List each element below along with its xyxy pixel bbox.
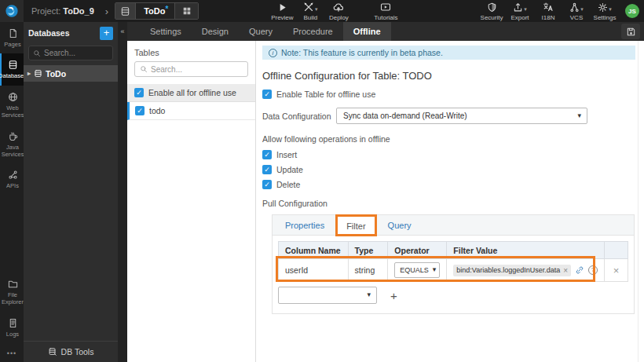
preview-play-icon — [277, 2, 287, 13]
topbar-tools-left: Preview ▾ Build Deploy Tutorials — [268, 2, 400, 21]
add-filter-row: + — [278, 287, 628, 304]
header-filter-value: Filter Value — [447, 242, 605, 259]
rail-item-databases[interactable]: Databases — [0, 53, 24, 85]
search-icon — [140, 65, 148, 73]
wavemaker-logo-icon — [5, 4, 19, 18]
operations-group: Insert Update Delete — [262, 150, 636, 189]
build-tools-icon: ▾ — [303, 2, 318, 13]
tab-procedure[interactable]: Procedure — [283, 22, 343, 41]
filter-row-userid: userId string EQUALS — [279, 259, 628, 282]
tutorials-video-icon — [380, 2, 391, 13]
update-checkbox[interactable] — [262, 165, 272, 174]
dashboard-grid-icon[interactable] — [174, 3, 198, 19]
databases-icon — [8, 60, 18, 70]
filter-table: Column Name Type Operator Filter Value u… — [278, 241, 628, 282]
tables-search[interactable] — [134, 61, 248, 77]
table-row-todo[interactable]: todo — [127, 102, 255, 120]
operation-update-row: Update — [262, 165, 636, 174]
db-tree-item-todo[interactable]: ▸ ToDo — [24, 65, 118, 82]
tab-settings[interactable]: Settings — [140, 22, 192, 41]
settings-button[interactable]: ▾ Settings — [591, 2, 619, 21]
offline-workrow: Tables Enable all for offline use todo i — [127, 41, 644, 362]
delete-filter-row-icon[interactable]: × — [605, 259, 628, 282]
insert-checkbox[interactable] — [262, 150, 272, 159]
build-button[interactable]: ▾ Build — [296, 2, 324, 21]
delete-checkbox[interactable] — [262, 180, 272, 189]
rail-item-java-services[interactable]: Java Services — [0, 125, 24, 164]
tables-search-input[interactable] — [151, 65, 229, 74]
workspace: Settings Design Query Procedure Offline … — [127, 22, 644, 362]
wavemaker-logo[interactable] — [0, 0, 24, 22]
tab-query[interactable]: Query — [239, 22, 283, 41]
apis-nodes-icon — [8, 170, 18, 180]
rail-item-logs[interactable]: Logs — [0, 312, 24, 343]
project-name: ToDo_9 — [63, 6, 94, 16]
export-arrow-icon: ▾ — [513, 2, 527, 13]
logs-document-icon — [8, 318, 18, 328]
enable-table-checkbox[interactable] — [262, 90, 272, 99]
database-icon — [34, 69, 42, 78]
header-column-name: Column Name — [279, 242, 349, 259]
tables-panel: Tables Enable all for offline use todo — [127, 41, 256, 362]
expand-arrow-icon[interactable]: ▸ — [27, 70, 31, 77]
page-title: Offline Configuration for Table: TODO — [262, 70, 636, 82]
project-label: Project: — [31, 6, 60, 16]
data-configuration-select[interactable]: Sync data on-demand (Read-Write) — [336, 108, 587, 124]
chip-clear-icon[interactable]: × — [563, 266, 568, 275]
unsaved-marker: * — [165, 5, 168, 13]
pull-config-tabs: Properties Filter Query — [273, 215, 634, 236]
enable-all-row[interactable]: Enable all for offline use — [127, 84, 255, 102]
export-button[interactable]: ▾ Export — [506, 2, 534, 21]
operation-insert-row: Insert — [262, 150, 636, 159]
panel-collapse-strip: « — [118, 22, 127, 362]
rail-item-apis[interactable]: APIs — [0, 163, 24, 195]
pull-tab-filter[interactable]: Filter — [337, 215, 375, 235]
header-actions — [605, 242, 628, 259]
enable-all-checkbox[interactable] — [134, 88, 144, 97]
operations-heading: Allow following operations in offline — [262, 134, 636, 144]
i18n-button[interactable]: I18N — [534, 2, 562, 21]
security-button[interactable]: Security — [478, 2, 506, 21]
tutorials-button[interactable]: Tutorials — [371, 2, 400, 21]
rail-item-file-explorer[interactable]: File Explorer — [0, 272, 24, 312]
add-row-button[interactable]: + — [390, 289, 397, 302]
pull-tab-properties[interactable]: Properties — [273, 215, 337, 235]
topbar: Project:ToDo_9 › ToDo* Preview ▾ Build D… — [0, 0, 644, 22]
databases-search-input[interactable] — [44, 49, 99, 57]
new-column-select[interactable] — [278, 287, 377, 304]
tab-offline[interactable]: Offline — [343, 22, 391, 41]
databases-panel-header: Databases + — [24, 22, 118, 44]
preview-button[interactable]: Preview — [268, 2, 296, 21]
add-database-button[interactable]: + — [100, 27, 113, 40]
filter-table-header-row: Column Name Type Operator Filter Value — [279, 242, 628, 259]
help-question-icon[interactable]: ? — [588, 265, 598, 275]
user-avatar[interactable]: JS — [625, 4, 639, 18]
save-button[interactable] — [621, 24, 640, 39]
databases-search[interactable] — [28, 46, 113, 60]
deploy-button[interactable]: Deploy — [324, 2, 353, 21]
databases-panel: Databases + ▸ ToDo DB Tools — [24, 22, 118, 362]
bind-value-chip[interactable]: bind:Variables.loggedInUser.data × — [453, 265, 571, 276]
pages-icon — [8, 28, 18, 38]
vcs-button[interactable]: ▾ VCS — [562, 2, 591, 21]
pull-tab-query[interactable]: Query — [375, 215, 424, 235]
db-tools-button[interactable]: DB Tools — [24, 341, 118, 362]
rail-item-web-services[interactable]: Web Services — [0, 86, 24, 125]
cell-type: string — [348, 259, 388, 282]
more-options-ellipsis-icon[interactable]: ••• — [0, 343, 24, 362]
tab-design[interactable]: Design — [192, 22, 239, 41]
todo-checkbox[interactable] — [135, 106, 145, 115]
offline-config-content: i Note: This feature is currently in bet… — [256, 41, 644, 362]
collapse-panel-icon[interactable]: « — [120, 27, 124, 362]
operator-select[interactable]: EQUALS — [394, 262, 440, 278]
bind-link-icon[interactable] — [575, 265, 584, 275]
database-icon — [115, 3, 136, 19]
security-shield-icon — [487, 2, 497, 13]
entity-tab-label: ToDo* — [136, 6, 174, 16]
data-configuration-label: Data Configuration — [262, 112, 336, 121]
web-services-globe-icon — [8, 92, 18, 102]
entity-tab-todo[interactable]: ToDo* — [115, 2, 199, 20]
header-operator: Operator — [388, 242, 447, 259]
db-tools-icon — [48, 347, 57, 357]
rail-item-pages[interactable]: Pages — [0, 22, 24, 53]
